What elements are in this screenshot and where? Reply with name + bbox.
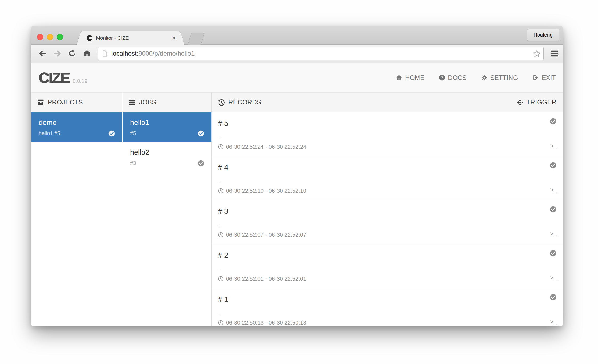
minimize-window-button[interactable]: [47, 34, 53, 40]
list-icon: [128, 99, 136, 106]
job-item-hello1[interactable]: hello1 #5: [123, 112, 211, 142]
back-icon[interactable]: [38, 49, 47, 58]
home-toolbar-icon[interactable]: [83, 49, 91, 58]
terminal-icon[interactable]: >_: [550, 187, 556, 194]
home-icon: [396, 74, 402, 81]
job-subtitle: #3: [130, 160, 136, 166]
nav-home-label: HOME: [405, 74, 424, 82]
clock-icon: [218, 188, 224, 194]
record-time: 06-30 22:52:07 - 06-30 22:52:07: [226, 232, 306, 238]
url-host: localhost:: [111, 50, 138, 57]
clock-icon: [218, 320, 224, 326]
nav-exit[interactable]: EXIT: [532, 74, 556, 82]
browser-menu-icon[interactable]: [550, 49, 559, 58]
clock-icon: [218, 144, 224, 150]
page-icon: [101, 50, 108, 57]
app-body: PROJECTS demo hello1 #5 JOBS: [31, 92, 563, 326]
record-time: 06-30 22:52:01 - 06-30 22:52:01: [226, 276, 306, 282]
zoom-window-button[interactable]: [57, 34, 63, 40]
job-item-hello2[interactable]: hello2 #3: [123, 142, 211, 172]
archive-icon: [37, 99, 44, 106]
records-header-left: RECORDS: [218, 99, 261, 106]
record-timeline: 06-30 22:52:01 - 06-30 22:52:01: [218, 276, 306, 282]
record-detail: -: [218, 266, 220, 273]
url-text: localhost:9000/p/demo/hello1: [111, 50, 195, 57]
record-row[interactable]: # 3 - 06-30 22:52:07 - 06-30 22:52:07 >_: [212, 200, 563, 244]
terminal-icon[interactable]: >_: [550, 319, 556, 326]
nav-setting[interactable]: SETTING: [481, 74, 518, 82]
browser-tab[interactable]: Monitor - CIZE ×: [80, 31, 181, 45]
record-row[interactable]: # 2 - 06-30 22:52:01 - 06-30 22:52:01 >_: [212, 244, 563, 288]
check-circle-icon: [549, 250, 557, 257]
trigger-button[interactable]: TRIGGER: [517, 99, 556, 106]
url-path: 9000/p/demo/hello1: [138, 50, 195, 57]
bookmark-star-icon[interactable]: [533, 50, 541, 58]
address-bar[interactable]: localhost:9000/p/demo/hello1: [98, 47, 544, 60]
jobs-pane: JOBS hello1 #5 hello2 #3: [123, 92, 212, 326]
check-circle-icon: [549, 294, 557, 301]
tab-title: Monitor - CIZE: [96, 31, 129, 45]
reload-icon[interactable]: [68, 49, 76, 58]
new-tab-button[interactable]: [188, 33, 204, 45]
record-title: # 3: [218, 207, 228, 216]
app-version: 0.0.19: [73, 78, 88, 84]
nav-docs[interactable]: ? DOCS: [439, 74, 466, 82]
app-logo: CIZE: [39, 69, 70, 86]
check-circle-icon: [549, 162, 557, 169]
history-icon: [218, 99, 225, 106]
tab-close-icon[interactable]: ×: [172, 31, 176, 44]
browser-toolbar: localhost:9000/p/demo/hello1: [31, 45, 563, 63]
job-subtitle: #5: [130, 130, 136, 136]
app-header: CIZE 0.0.19 HOME ? DOCS SETTING: [31, 63, 563, 92]
job-name: hello2: [130, 148, 149, 157]
record-title: # 4: [218, 163, 228, 172]
check-circle-icon: [197, 160, 204, 167]
record-time: 06-30 22:50:13 - 06-30 22:50:13: [226, 319, 306, 326]
record-timeline: 06-30 22:50:13 - 06-30 22:50:13: [218, 319, 306, 326]
cize-favicon: [86, 35, 93, 41]
records-header-label: RECORDS: [228, 99, 261, 106]
app-nav: HOME ? DOCS SETTING EXIT: [396, 74, 556, 82]
record-detail: -: [218, 223, 220, 229]
record-row[interactable]: # 5 - 06-30 22:52:24 - 06-30 22:52:24 >_: [212, 112, 563, 156]
profile-button[interactable]: Houfeng: [527, 29, 559, 41]
record-row[interactable]: # 1 - 06-30 22:50:13 - 06-30 22:50:13 >_: [212, 288, 563, 326]
project-name: demo: [39, 119, 57, 127]
record-detail: -: [218, 135, 220, 141]
check-circle-icon: [108, 130, 115, 137]
forward-icon[interactable]: [53, 49, 62, 58]
record-row[interactable]: # 4 - 06-30 22:52:10 - 06-30 22:52:10 >_: [212, 156, 563, 200]
jobs-list: hello1 #5 hello2 #3: [123, 112, 211, 326]
trigger-arrows-icon: [517, 99, 523, 106]
terminal-icon[interactable]: >_: [550, 231, 556, 238]
record-detail: -: [218, 179, 220, 185]
projects-header-label: PROJECTS: [48, 99, 83, 106]
jobs-header: JOBS: [123, 92, 211, 112]
record-timeline: 06-30 22:52:24 - 06-30 22:52:24: [218, 144, 306, 150]
clock-icon: [218, 276, 224, 282]
check-circle-icon: [197, 130, 204, 137]
terminal-icon[interactable]: >_: [550, 275, 556, 282]
close-window-button[interactable]: [37, 34, 43, 40]
app-logo-block: CIZE 0.0.19: [39, 69, 87, 86]
projects-pane: PROJECTS demo hello1 #5: [31, 92, 122, 326]
job-name: hello1: [130, 119, 149, 127]
record-timeline: 06-30 22:52:07 - 06-30 22:52:07: [218, 232, 306, 238]
project-item-demo[interactable]: demo hello1 #5: [31, 112, 122, 142]
check-circle-icon: [549, 118, 557, 125]
projects-list: demo hello1 #5: [31, 112, 122, 326]
trigger-label: TRIGGER: [526, 99, 556, 106]
nav-setting-label: SETTING: [490, 74, 518, 82]
terminal-icon[interactable]: >_: [550, 143, 556, 150]
project-subtitle: hello1 #5: [39, 130, 60, 136]
browser-window: Monitor - CIZE × Houfeng localhost:9000/…: [31, 26, 563, 326]
question-circle-icon: ?: [439, 74, 445, 81]
nav-home[interactable]: HOME: [396, 74, 424, 82]
svg-text:?: ?: [441, 75, 443, 80]
projects-header: PROJECTS: [31, 92, 122, 112]
jobs-header-label: JOBS: [139, 99, 156, 106]
window-controls: [37, 34, 63, 40]
nav-docs-label: DOCS: [448, 74, 466, 82]
record-time: 06-30 22:52:24 - 06-30 22:52:24: [226, 144, 306, 150]
records-header: RECORDS TRIGGER: [212, 92, 563, 112]
